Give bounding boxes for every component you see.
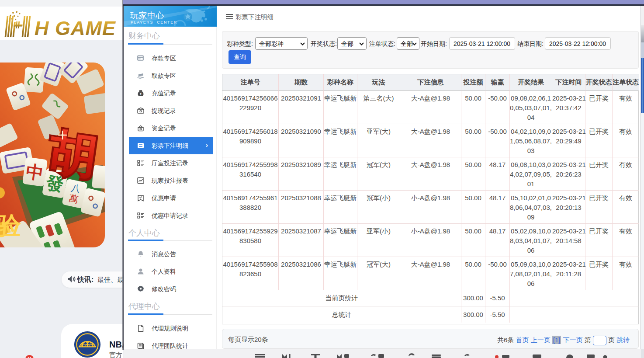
svg-text:¥: ¥	[140, 92, 142, 96]
svg-text:H GAME: H GAME	[35, 17, 116, 38]
svg-text:验: 验	[0, 212, 21, 239]
svg-text:胡: 胡	[45, 124, 100, 184]
svg-text:中: 中	[25, 161, 45, 183]
